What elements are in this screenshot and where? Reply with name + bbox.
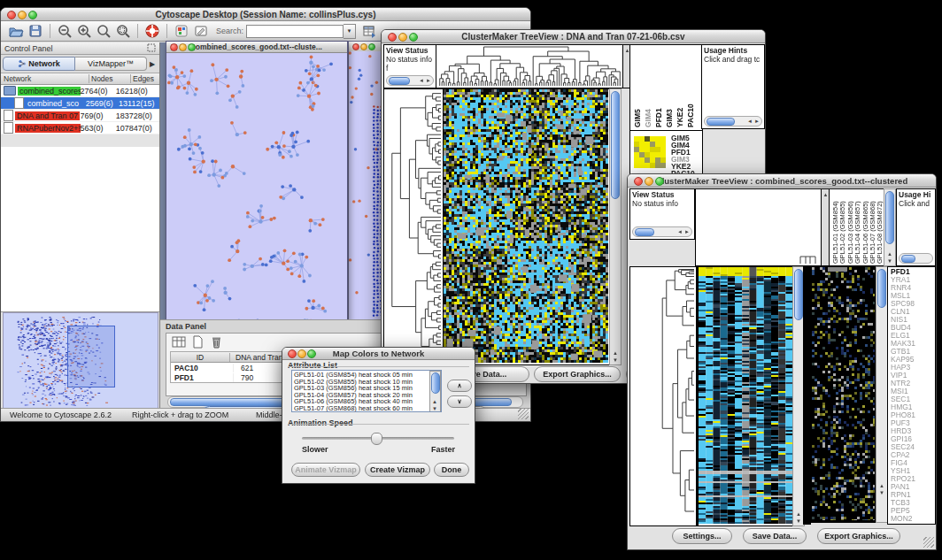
animation-speed-label: Animation Speed — [288, 418, 356, 427]
attribute-list[interactable]: GPL51-01 (GSM854) heat shock 05 minGPL51… — [291, 370, 442, 412]
minimize-icon[interactable] — [398, 33, 407, 42]
create-vizmap-button[interactable]: Create Vizmap — [365, 463, 430, 477]
tv1-view-status: View StatusNo status info f ◄► — [383, 44, 436, 88]
zoom-window-icon[interactable] — [307, 349, 316, 358]
move-up-button[interactable]: ∧ — [447, 380, 472, 392]
data-col-id[interactable]: ID — [171, 353, 230, 362]
map-colors-dialog: Map Colors to Network Attribute List GPL… — [282, 347, 475, 484]
zoom-in-icon[interactable] — [76, 23, 92, 39]
tv2-column-label: GPL51-08 (GSM872) — [876, 191, 883, 264]
close-icon[interactable] — [634, 177, 643, 186]
delete-attribute-icon[interactable] — [209, 335, 224, 349]
tv1-heatmap[interactable] — [443, 88, 611, 365]
close-icon[interactable] — [170, 43, 178, 51]
network-table-row[interactable]: DNA and Tran 07769(0)183728(0) — [1, 110, 159, 122]
zoom-window-icon[interactable] — [409, 33, 418, 42]
close-icon[interactable] — [352, 43, 359, 50]
close-icon[interactable] — [388, 33, 397, 42]
resize-grip[interactable] — [518, 409, 529, 419]
tv2-settings-button[interactable]: Settings... — [672, 528, 732, 544]
vizmapper-icon[interactable] — [174, 23, 189, 39]
tv2-save-data-button[interactable]: Save Data... — [743, 528, 807, 544]
tv2-status-hscroll[interactable]: ◄► — [632, 226, 692, 237]
tv2-column-label: GPL51-02 (GSM855) — [838, 191, 845, 264]
animate-vizmap-button[interactable]: Animate Vizmap — [291, 463, 360, 477]
attribute-list-vscroll[interactable]: ▲ ▼ — [429, 371, 441, 412]
tv1-heatmap-vscroll[interactable]: ▲ ▼ — [609, 88, 622, 365]
minimize-icon[interactable] — [645, 177, 653, 186]
minimize-icon[interactable] — [18, 11, 27, 19]
save-icon[interactable] — [27, 23, 43, 39]
tv1-column-labels: GIM5GIM4PFD1GIM3YKE2PAC10 — [629, 44, 703, 131]
tv2-gene-labels: PFD1YRA1RNR4MSL1SPC98CLN1NIS1BUD4ELG1MAK… — [887, 266, 936, 525]
tab-overflow-icon[interactable]: ▶ — [147, 60, 158, 68]
annotation-icon[interactable] — [193, 23, 209, 39]
tv2-labels-vscroll[interactable]: ▲ ▼ — [884, 188, 896, 266]
birds-eye-view[interactable] — [3, 312, 158, 413]
tv2-gap — [803, 266, 811, 525]
zoom-out-icon[interactable] — [57, 23, 73, 39]
status-welcome: Welcome to Cytoscape 2.6.2 — [10, 410, 112, 419]
close-icon[interactable] — [288, 349, 297, 358]
tv1-column-dendrogram[interactable] — [436, 44, 625, 88]
tv1-summary-heatmap[interactable] — [634, 136, 666, 168]
tv1-row-dendrogram[interactable] — [383, 88, 444, 365]
close-icon[interactable] — [7, 11, 16, 19]
resize-grip[interactable] — [923, 537, 934, 548]
help-icon[interactable] — [144, 23, 160, 39]
attribute-list-item[interactable]: GPL51-07 (GSM868) heat shock 60 min — [294, 405, 441, 412]
tv1-usage-hints: Usage HintsClick and drag tc ◄► — [701, 44, 765, 129]
control-panel-title: Control Panel — [4, 44, 53, 53]
new-attribute-icon[interactable] — [190, 335, 205, 349]
zoom-selected-icon[interactable] — [96, 23, 112, 39]
tv2-gene-label: MON2 — [891, 515, 935, 523]
tv2-row-dendrogram[interactable] — [629, 266, 697, 526]
tv2-summary-vscroll[interactable]: ▲ ▼ — [876, 266, 888, 523]
birds-eye-selection[interactable] — [67, 326, 115, 387]
zoom-window-icon[interactable] — [28, 11, 37, 19]
tv2-heatmap[interactable] — [697, 266, 795, 526]
search-input[interactable] — [246, 25, 344, 38]
zoom-window-icon[interactable] — [188, 43, 196, 51]
done-button[interactable]: Done — [434, 463, 469, 477]
move-down-button[interactable]: ∨ — [447, 395, 472, 408]
tv2-column-label: GPL51-06 (GSM865) — [861, 191, 869, 264]
attribute-select-icon[interactable] — [172, 335, 187, 349]
open-file-icon[interactable] — [8, 23, 24, 39]
col-network[interactable]: Network — [1, 74, 89, 83]
tv1-hints-hscroll[interactable]: ◄► — [704, 116, 762, 127]
zoom-fit-icon[interactable] — [115, 23, 131, 39]
file-icon — [4, 110, 13, 121]
col-nodes[interactable]: Nodes — [89, 74, 131, 83]
import-table-icon[interactable] — [361, 23, 377, 39]
network-window-1: combined_scores_good.txt--cluste... — [166, 41, 348, 328]
minimize-icon[interactable] — [297, 349, 306, 358]
col-edges[interactable]: Edges — [131, 74, 154, 83]
slider-thumb[interactable] — [371, 433, 382, 445]
attribute-list-label: Attribute List — [288, 361, 340, 370]
search-dropdown-icon[interactable]: ▼ — [344, 24, 356, 39]
tv2-column-dendrogram[interactable] — [695, 188, 822, 266]
tv1-export-graphics-button[interactable]: Export Graphics... — [534, 366, 621, 382]
status-hint-zoom: Right-click + drag to ZOOM — [132, 410, 228, 419]
minimize-icon[interactable] — [179, 43, 187, 51]
network-table-row[interactable]: combined_scores2764(0)16218(0) — [1, 85, 159, 97]
zoom-window-icon[interactable] — [655, 177, 664, 186]
minimize-icon[interactable] — [360, 43, 367, 50]
tv2-view-status: View StatusNo status info ◄► — [629, 188, 695, 240]
zoom-window-icon[interactable] — [368, 43, 375, 50]
tv2-hints-hscroll[interactable] — [899, 253, 933, 264]
tv1-column-label: GIM3 — [665, 48, 676, 127]
tab-network[interactable]: Network — [3, 57, 75, 71]
network-tab-icon — [18, 59, 27, 68]
network-table-row[interactable]: RNAPuberNov2+!563(0)107847(0) — [1, 122, 159, 134]
tab-vizmapper[interactable]: VizMapper™ — [75, 57, 147, 71]
tv2-column-labels: GPL51-01 (GSM854)GPL51-02 (GSM855)GPL51-… — [829, 188, 885, 266]
tv2-summary-heatmap[interactable] — [811, 266, 877, 523]
tv2-export-graphics-button[interactable]: Export Graphics... — [817, 528, 900, 544]
tv1-status-hscroll[interactable]: ◄► — [386, 75, 434, 86]
tv2-usage-hints: Usage HiClick and — [896, 188, 936, 266]
network-table-row[interactable]: combined_sco2569(6)13112(15) — [1, 97, 159, 110]
float-panel-icon[interactable] — [147, 43, 156, 54]
animation-slider[interactable] — [302, 437, 454, 440]
